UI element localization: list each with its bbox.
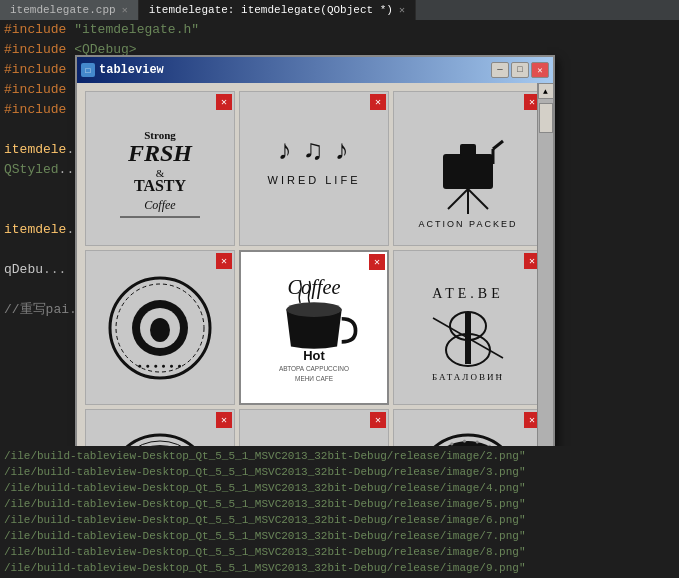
remove-logo-3[interactable]: ✕ bbox=[524, 94, 537, 110]
logo-cell-6[interactable]: ✕ АТЕ.ВЕ БАТАЛОВИĦ bbox=[393, 250, 537, 405]
remove-logo-6[interactable]: ✕ bbox=[524, 253, 537, 269]
svg-text:МЕНИ CAFE: МЕНИ CAFE bbox=[295, 374, 334, 381]
logo-atebe: АТЕ.ВЕ БАТАЛОВИĦ bbox=[408, 268, 528, 388]
logo-cell-2[interactable]: ✕ ♪ ♫ ♪ WIRED LIFE bbox=[239, 91, 389, 246]
svg-text:АВТОРА CAPPUCCINO: АВТОРА CAPPUCCINO bbox=[279, 365, 349, 372]
svg-text:Ноt: Ноt bbox=[303, 348, 325, 363]
remove-logo-4[interactable]: ✕ bbox=[216, 253, 232, 269]
svg-text:● ● ● ● ● ●: ● ● ● ● ● ● bbox=[137, 362, 182, 370]
remove-logo-1[interactable]: ✕ bbox=[216, 94, 232, 110]
logo-strong-coffee: Strong FRSH & TASTY Coffee bbox=[100, 109, 220, 229]
logo-action-packed: ACTION PACKED bbox=[408, 109, 528, 229]
tab-close-active-icon[interactable]: ✕ bbox=[399, 4, 405, 16]
window-controls: ─ □ ✕ bbox=[491, 62, 549, 78]
dialog-scroll-area[interactable]: ✕ Strong FRSH & TASTY Coffee ✕ bbox=[77, 83, 537, 503]
file-path-7: /ile/build-tableview-Desktop_Qt_5_5_1_MS… bbox=[4, 544, 675, 560]
svg-rect-8 bbox=[443, 154, 493, 189]
svg-rect-9 bbox=[460, 144, 476, 156]
vertical-scrollbar[interactable]: ▲ ▼ bbox=[537, 83, 553, 503]
svg-line-14 bbox=[468, 189, 488, 209]
logo-cell-4[interactable]: ✕ ● ● ● ● ● ● bbox=[85, 250, 235, 405]
logo-cell-1[interactable]: ✕ Strong FRSH & TASTY Coffee bbox=[85, 91, 235, 246]
svg-text:FRSH: FRSH bbox=[127, 140, 193, 166]
scroll-track[interactable] bbox=[538, 99, 554, 487]
logo-cell-3[interactable]: ✕ ACTION PACKED bbox=[393, 91, 537, 246]
tab-label: itemdelegate.cpp bbox=[10, 4, 116, 16]
file-path-4: /ile/build-tableview-Desktop_Qt_5_5_1_MS… bbox=[4, 496, 675, 512]
tab-label-active: itemdelegate: itemdelegate(QObject *) bbox=[149, 4, 393, 16]
tab-itemdelegate-method[interactable]: itemdelegate: itemdelegate(QObject *) ✕ bbox=[139, 0, 416, 20]
remove-logo-8[interactable]: ✕ bbox=[370, 412, 386, 428]
logo-coffee-hot: Coffee Ноt АВТОРА CAPPUCCINO МЕНИ CAFE bbox=[254, 268, 374, 388]
tab-bar: itemdelegate.cpp ✕ itemdelegate: itemdel… bbox=[0, 0, 679, 20]
file-path-6: /ile/build-tableview-Desktop_Qt_5_5_1_MS… bbox=[4, 528, 675, 544]
scroll-thumb[interactable] bbox=[539, 103, 553, 133]
remove-logo-9[interactable]: ✕ bbox=[524, 412, 537, 428]
svg-text:БАТАЛОВИĦ: БАТАЛОВИĦ bbox=[432, 372, 504, 382]
close-button[interactable]: ✕ bbox=[531, 62, 549, 78]
svg-point-24 bbox=[286, 302, 341, 317]
dialog-content: ✕ Strong FRSH & TASTY Coffee ✕ bbox=[77, 83, 553, 503]
remove-logo-7[interactable]: ✕ bbox=[216, 412, 232, 428]
scroll-up-arrow[interactable]: ▲ bbox=[538, 83, 554, 99]
svg-text:WIRED LIFE: WIRED LIFE bbox=[268, 174, 361, 186]
svg-text:Coffee: Coffee bbox=[144, 198, 176, 212]
svg-text:АТЕ.ВЕ: АТЕ.ВЕ bbox=[432, 286, 503, 301]
code-line-1: #include "itemdelegate.h" bbox=[0, 20, 679, 40]
dialog-title-left: □ tableview bbox=[81, 63, 164, 77]
maximize-button[interactable]: □ bbox=[511, 62, 529, 78]
svg-text:ACTION PACKED: ACTION PACKED bbox=[419, 219, 518, 229]
svg-text:Coffee: Coffee bbox=[288, 275, 341, 298]
logo-wired-life: ♪ ♫ ♪ WIRED LIFE bbox=[254, 109, 374, 229]
file-path-2: /ile/build-tableview-Desktop_Qt_5_5_1_MS… bbox=[4, 464, 675, 480]
bottom-file-paths: /ile/build-tableview-Desktop_Qt_5_5_1_MS… bbox=[0, 446, 679, 578]
dialog-window-icon: □ bbox=[81, 63, 95, 77]
svg-rect-21 bbox=[152, 323, 168, 337]
file-path-8: /ile/build-tableview-Desktop_Qt_5_5_1_MS… bbox=[4, 560, 675, 576]
remove-logo-2[interactable]: ✕ bbox=[370, 94, 386, 110]
file-path-5: /ile/build-tableview-Desktop_Qt_5_5_1_MS… bbox=[4, 512, 675, 528]
tableview-dialog: □ tableview ─ □ ✕ ✕ Strong FRSH & TASTY bbox=[75, 55, 555, 505]
svg-line-12 bbox=[448, 189, 468, 209]
dialog-title-text: tableview bbox=[99, 63, 164, 77]
remove-logo-5[interactable]: ✕ bbox=[369, 254, 385, 270]
file-path-3: /ile/build-tableview-Desktop_Qt_5_5_1_MS… bbox=[4, 480, 675, 496]
svg-text:TASTY: TASTY bbox=[134, 177, 187, 194]
tab-close-icon[interactable]: ✕ bbox=[122, 4, 128, 16]
svg-line-11 bbox=[493, 141, 503, 149]
tab-itemdelegate-cpp[interactable]: itemdelegate.cpp ✕ bbox=[0, 0, 139, 20]
dialog-titlebar: □ tableview ─ □ ✕ bbox=[77, 57, 553, 83]
file-path-1: /ile/build-tableview-Desktop_Qt_5_5_1_MS… bbox=[4, 448, 675, 464]
minimize-button[interactable]: ─ bbox=[491, 62, 509, 78]
logo-cell-5[interactable]: ✕ Coffee Ноt АВТОРА CAPPUCCINO МЕНИ C bbox=[239, 250, 389, 405]
logo-grid: ✕ Strong FRSH & TASTY Coffee ✕ bbox=[85, 91, 537, 503]
logo-circular: ● ● ● ● ● ● bbox=[100, 268, 220, 388]
svg-text:♪ ♫ ♪: ♪ ♫ ♪ bbox=[278, 134, 351, 165]
